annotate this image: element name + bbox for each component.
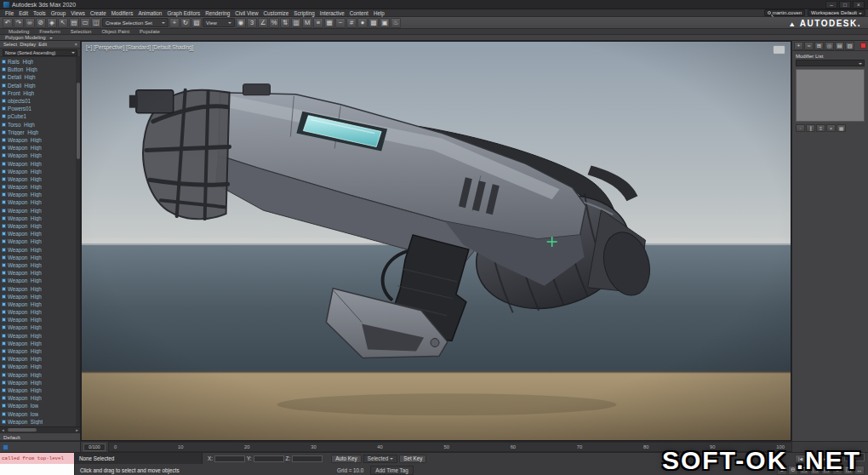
explorer-item[interactable]: Weapon_High bbox=[2, 363, 80, 370]
menu-item[interactable]: Edit bbox=[16, 10, 31, 16]
menu-item[interactable]: Modifiers bbox=[109, 10, 136, 16]
explorer-item[interactable]: Weapon_High bbox=[2, 347, 80, 355]
explorer-item[interactable]: Weapon_High bbox=[2, 323, 80, 331]
reference-coordinate-dropdown[interactable]: View bbox=[203, 18, 235, 27]
auto-key-button[interactable]: Auto Key bbox=[331, 455, 362, 463]
explorer-item[interactable]: Trigger_High bbox=[2, 129, 80, 136]
explorer-item[interactable]: Weapon_High bbox=[2, 332, 80, 340]
toolbar-icon[interactable]: ▥ bbox=[291, 18, 301, 28]
toolbar-icon[interactable]: ⇅ bbox=[280, 18, 290, 28]
explorer-item[interactable]: Weapon_High bbox=[2, 159, 80, 167]
explorer-item[interactable]: Weapon_High bbox=[2, 394, 80, 402]
menu-item[interactable]: Graph Editors bbox=[164, 10, 203, 16]
time-slider[interactable]: 0/100 bbox=[83, 444, 106, 451]
toolbar-icon[interactable]: ∞ bbox=[25, 18, 35, 28]
toolbar-icon[interactable]: ◉ bbox=[236, 18, 246, 28]
ribbon-tab[interactable]: Populate bbox=[134, 28, 165, 34]
menu-item[interactable]: Customize bbox=[261, 10, 292, 16]
perspective-viewport[interactable]: [+] [Perspective] [Standard] [Default Sh… bbox=[81, 41, 791, 441]
explorer-item[interactable]: Weapon_High bbox=[2, 269, 80, 277]
explorer-item[interactable]: Weapon_High bbox=[2, 308, 80, 316]
menu-item[interactable]: Create bbox=[88, 10, 109, 16]
menu-item[interactable]: Scripting bbox=[291, 10, 317, 16]
explorer-menu-item[interactable]: Select bbox=[3, 42, 18, 47]
explorer-item[interactable]: Weapon_High bbox=[2, 246, 80, 254]
toolbar-icon[interactable]: ▧ bbox=[191, 18, 202, 28]
ribbon-tab[interactable]: Selection bbox=[66, 28, 97, 34]
explorer-item[interactable]: Weapon_High bbox=[2, 175, 80, 183]
toolbar-icon[interactable]: ↷ bbox=[14, 18, 24, 28]
toolbar-icon[interactable]: ● bbox=[357, 18, 368, 28]
menu-item[interactable]: Group bbox=[49, 10, 69, 16]
explorer-item[interactable]: Weapon_High bbox=[2, 300, 80, 308]
explorer-item[interactable]: Weapon_High bbox=[2, 238, 80, 245]
stack-button-icon[interactable]: ≡ bbox=[816, 124, 825, 132]
stack-button-icon[interactable]: ▦ bbox=[837, 124, 846, 132]
maxscript-mini-listener[interactable]: called from top-level bbox=[0, 453, 75, 464]
toolbar-icon[interactable]: ≡ bbox=[313, 18, 323, 28]
explorer-item[interactable]: Powers01 bbox=[2, 105, 80, 112]
menu-item[interactable]: Interactive bbox=[317, 10, 347, 16]
toolbar-icon[interactable]: # bbox=[346, 18, 357, 28]
explorer-item[interactable]: Weapon_low bbox=[2, 409, 80, 417]
explorer-item[interactable]: Weapon_High bbox=[2, 293, 80, 300]
stack-button-icon[interactable]: × bbox=[826, 124, 836, 132]
explorer-item[interactable]: Detail_High bbox=[2, 73, 80, 81]
explorer-item[interactable]: Weapon_High bbox=[2, 340, 80, 347]
toolbar-icon[interactable]: M bbox=[302, 18, 312, 28]
explorer-item[interactable]: Weapon_High bbox=[2, 168, 80, 175]
y-coordinate-field[interactable] bbox=[254, 455, 284, 462]
explorer-item[interactable]: Weapon_High bbox=[2, 355, 80, 363]
explorer-item[interactable]: Weapon_High bbox=[2, 152, 80, 159]
explorer-item[interactable]: Weapon_low bbox=[2, 402, 80, 409]
explorer-menu-item[interactable]: Edit bbox=[37, 42, 48, 47]
explorer-horizontal-scrollbar[interactable]: ◂ ▸ bbox=[0, 426, 80, 432]
explorer-item[interactable]: Weapon_High bbox=[2, 371, 80, 379]
menu-item[interactable]: Tools bbox=[31, 10, 49, 16]
toolbar-icon[interactable]: ▭ bbox=[80, 18, 90, 28]
command-panel-tab-icon[interactable]: ⊞ bbox=[814, 42, 824, 50]
workspaces-dropdown[interactable]: Workspaces Default bbox=[808, 9, 865, 16]
explorer-vertical-scrollbar[interactable] bbox=[76, 57, 80, 426]
explorer-item[interactable]: Weapon_High bbox=[2, 386, 80, 394]
command-panel-tab-icon[interactable]: ◎ bbox=[825, 42, 834, 50]
explorer-item[interactable]: Torso_High bbox=[2, 121, 80, 129]
stack-button-icon[interactable]: ∥ bbox=[806, 124, 815, 132]
explorer-item[interactable]: Weapon_High bbox=[2, 379, 80, 386]
toolbar-icon[interactable]: % bbox=[269, 18, 279, 28]
explorer-item[interactable]: Weapon_High bbox=[2, 183, 80, 191]
explorer-item[interactable]: Weapon_High bbox=[2, 215, 80, 222]
viewcube-icon[interactable] bbox=[773, 45, 785, 54]
menu-item[interactable]: Content bbox=[347, 10, 371, 16]
toolbar-icon[interactable]: + bbox=[169, 18, 180, 28]
explorer-item[interactable]: Button_High bbox=[2, 66, 80, 73]
command-panel-tab-icon[interactable]: ≈ bbox=[804, 42, 814, 50]
explorer-item[interactable]: Weapon_High bbox=[2, 261, 80, 269]
chevron-down-icon[interactable] bbox=[49, 37, 53, 41]
toolbar-icon[interactable]: ▣ bbox=[380, 18, 390, 28]
command-panel-tab-icon[interactable]: + bbox=[794, 42, 803, 50]
explorer-item[interactable]: Weapon_High bbox=[2, 191, 80, 198]
explorer-item[interactable]: Weapon_High bbox=[2, 144, 80, 152]
viewport-label[interactable]: [+] [Perspective] [Standard] [Default Sh… bbox=[86, 44, 193, 50]
ribbon-tab[interactable]: Object Paint bbox=[96, 28, 134, 34]
explorer-item[interactable]: Weapon_High bbox=[2, 222, 80, 230]
explorer-item[interactable]: Weapon_High bbox=[2, 316, 80, 323]
toolbar-icon[interactable]: ◈ bbox=[47, 18, 57, 28]
explorer-menu-item[interactable]: Display bbox=[19, 42, 37, 47]
toolbar-icon[interactable]: ⊘ bbox=[36, 18, 46, 28]
menu-item[interactable]: Animation bbox=[135, 10, 164, 16]
x-coordinate-field[interactable] bbox=[214, 455, 245, 462]
menu-item[interactable]: Views bbox=[68, 10, 88, 16]
explorer-item[interactable]: Weapon_Stock bbox=[2, 426, 80, 426]
explorer-item[interactable]: Weapon_High bbox=[2, 230, 80, 238]
ribbon-tab[interactable]: Modeling bbox=[3, 28, 34, 34]
z-coordinate-field[interactable] bbox=[292, 455, 323, 462]
explorer-item[interactable]: Weapon_High bbox=[2, 254, 80, 261]
toolbar-icon[interactable]: ▤ bbox=[69, 18, 79, 28]
add-time-tag-button[interactable]: Add Time Tag bbox=[370, 466, 413, 475]
maxscript-listener-input[interactable] bbox=[0, 464, 75, 475]
explorer-item[interactable]: Detail_High bbox=[2, 82, 80, 89]
explorer-item[interactable]: Front_High bbox=[2, 89, 80, 97]
explorer-item[interactable]: Weapon_Sight bbox=[2, 418, 80, 426]
